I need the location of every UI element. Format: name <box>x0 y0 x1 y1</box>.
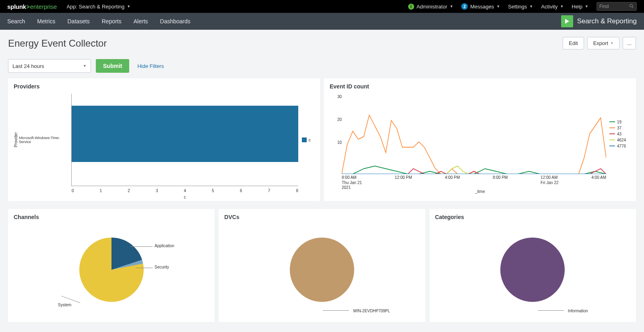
slice-label: Application <box>155 244 174 248</box>
slice-label: System <box>58 303 71 307</box>
caret-down-icon: ▼ <box>585 4 588 8</box>
activity-menu[interactable]: Activity ▼ <box>541 4 564 10</box>
app-logo-icon[interactable] <box>561 15 573 27</box>
panel-title: Channels <box>14 214 209 220</box>
panel-channels: Channels Application Security System <box>8 209 215 322</box>
x-tick: 1 <box>100 189 102 193</box>
nav-dashboards[interactable]: Dashboards <box>160 18 191 25</box>
help-label: Help <box>572 4 582 10</box>
bar-segment <box>72 106 298 162</box>
legend-label: 4776 <box>617 144 626 148</box>
global-top-bar: splunk > enterprise App: Search & Report… <box>0 0 644 13</box>
y-tick-label: Microsoft-Windows-Time-Service <box>19 94 71 186</box>
y-tick: 20 <box>337 117 342 122</box>
nav-datasets[interactable]: Datasets <box>67 18 89 25</box>
messages-menu[interactable]: 2 Messages ▼ <box>461 3 500 10</box>
pie-graphic <box>290 238 354 302</box>
x-tick: 7 <box>268 189 270 193</box>
legend-swatch <box>609 146 615 146</box>
app-selector[interactable]: App: Search & Reporting ▼ <box>66 4 130 10</box>
top-right-menu: i Administrator ▼ 2 Messages ▼ Settings … <box>408 2 637 11</box>
hide-filters-link[interactable]: Hide Filters <box>137 63 164 69</box>
nav-search[interactable]: Search <box>7 18 25 25</box>
app-name-label: Search & Reporting <box>577 17 637 25</box>
x-tick: 5 <box>212 189 214 193</box>
x-tick: 8 <box>296 189 298 193</box>
channels-chart[interactable]: Application Security System <box>14 224 209 315</box>
caret-down-icon: ▼ <box>83 64 87 68</box>
panel-event-id-count: Event ID count 30 20 10 8:00 AM Thu Jan … <box>324 78 636 201</box>
caret-down-icon: ▼ <box>450 4 453 8</box>
panel-title: DVCs <box>224 214 419 220</box>
export-label: Export <box>593 40 609 46</box>
x-tick: 4 <box>184 189 186 193</box>
export-button[interactable]: Export ▼ <box>587 37 620 49</box>
legend-swatch <box>302 137 307 142</box>
x-tick: 6 <box>240 189 242 193</box>
panel-title: Categories <box>435 214 630 220</box>
y-tick: 10 <box>337 140 342 145</box>
svg-marker-2 <box>565 19 569 24</box>
dashboard-header: Energy Event Collector Edit Export ▼ ... <box>0 30 644 53</box>
more-actions-button[interactable]: ... <box>623 37 636 49</box>
messages-label: Messages <box>470 4 494 10</box>
caret-down-icon: ▼ <box>610 41 613 45</box>
x-tick: 2 <box>128 189 130 193</box>
time-range-label: Last 24 hours <box>12 63 44 69</box>
leader-line <box>323 310 349 311</box>
brand-word-splunk: splunk <box>7 3 26 10</box>
help-menu[interactable]: Help ▼ <box>572 4 588 10</box>
brand-logo[interactable]: splunk > enterprise <box>7 3 57 10</box>
x-tick: 4:00 AM <box>591 175 606 191</box>
categories-chart[interactable]: Information <box>435 224 630 315</box>
panel-providers: Providers Provider Microsoft-Windows-Tim… <box>8 78 320 201</box>
panel-title: Providers <box>14 83 314 90</box>
caret-down-icon: ▼ <box>560 4 564 8</box>
svg-line-1 <box>632 6 634 8</box>
x-tick: 3 <box>156 189 158 193</box>
legend-label: 43 <box>617 132 621 136</box>
admin-menu[interactable]: i Administrator ▼ <box>408 4 454 10</box>
brand-word-enterprise: enterprise <box>30 3 57 10</box>
legend-label: 19 <box>617 120 621 124</box>
event-id-chart[interactable]: 30 20 10 8:00 AM Thu Jan 21 2021 12:00 P… <box>330 94 630 174</box>
x-axis: 8:00 AM Thu Jan 21 2021 12:00 PM 4:00 PM… <box>342 174 606 191</box>
pie-graphic <box>79 238 144 302</box>
legend-swatch <box>609 121 615 122</box>
bottom-panel-row: Channels Application Security System DVC… <box>0 209 644 330</box>
time-range-picker[interactable]: Last 24 hours ▼ <box>8 59 91 73</box>
edit-button[interactable]: Edit <box>563 37 584 49</box>
x-axis-label: c <box>184 195 186 199</box>
bar-plot-area: 0 1 2 3 4 5 6 7 8 c <box>71 94 298 186</box>
nav-alerts[interactable]: Alerts <box>134 18 148 25</box>
brand-arrow-icon: > <box>27 4 30 10</box>
leader-line <box>136 268 153 268</box>
legend-item: 37 <box>609 126 630 130</box>
nav-metrics[interactable]: Metrics <box>37 18 55 25</box>
providers-chart[interactable]: Provider Microsoft-Windows-Time-Service … <box>14 94 314 186</box>
dvcs-chart[interactable]: WIN-2EVDHP709PL <box>224 224 419 315</box>
filter-row: Last 24 hours ▼ Submit Hide Filters <box>0 59 644 78</box>
caret-down-icon: ▼ <box>496 4 500 8</box>
top-panel-row: Providers Provider Microsoft-Windows-Tim… <box>0 78 644 209</box>
nav-reports[interactable]: Reports <box>102 18 122 25</box>
y-tick: 30 <box>337 94 342 99</box>
x-tick: 12:00 PM <box>395 175 412 191</box>
caret-down-icon: ▼ <box>529 4 533 8</box>
legend-swatch <box>609 133 615 134</box>
legend-swatch <box>609 139 615 140</box>
global-find-input[interactable]: Find <box>597 2 637 11</box>
panel-dvcs: DVCs WIN-2EVDHP709PL <box>219 209 425 322</box>
legend-label: c <box>309 137 311 142</box>
slice-label: WIN-2EVDHP709PL <box>353 309 390 313</box>
app-nav-bar: Search Metrics Datasets Reports Alerts D… <box>0 13 644 30</box>
slice-label: Information <box>568 309 588 313</box>
submit-button[interactable]: Submit <box>96 59 129 73</box>
page-title: Energy Event Collector <box>8 38 107 49</box>
y-axis: 30 20 10 <box>330 94 342 174</box>
caret-down-icon: ▼ <box>127 4 130 8</box>
settings-menu[interactable]: Settings ▼ <box>508 4 533 10</box>
legend-item: 4624 <box>609 138 630 142</box>
legend-swatch <box>609 127 615 128</box>
line-plot-area: 8:00 AM Thu Jan 21 2021 12:00 PM 4:00 PM… <box>342 94 606 174</box>
